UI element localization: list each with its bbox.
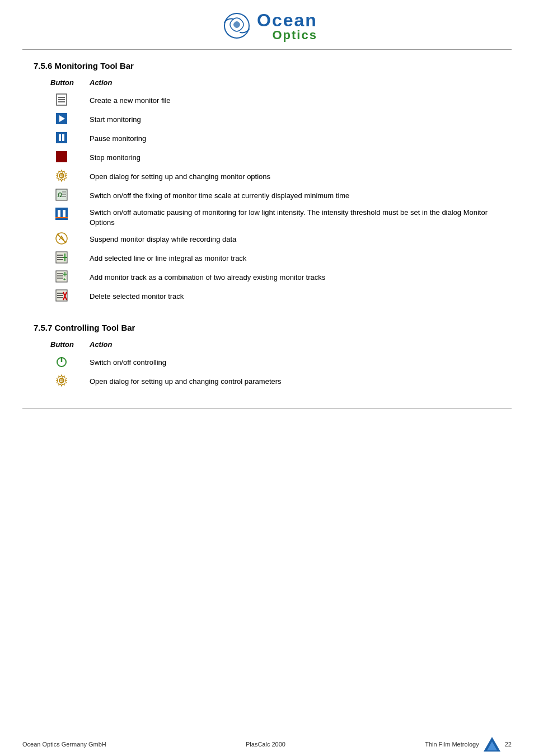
col-header-button-ctrl: Button (34, 340, 90, 353)
btn-cell-power (34, 353, 90, 372)
pause-icon (55, 132, 68, 144)
logo-ocean: Ocean (257, 11, 317, 29)
footer-product: PlasCalc 2000 (246, 741, 285, 748)
section-controlling-title: 7.5.7 Controlling Tool Bar (34, 323, 500, 332)
section-monitoring: 7.5.6 Monitoring Tool Bar Button Action (34, 61, 500, 306)
col-header-action-ctrl: Action (90, 340, 500, 353)
btn-cell-new-file (34, 91, 90, 110)
table-row: Start monitoring (34, 110, 500, 129)
bottom-divider (22, 408, 512, 408)
suspend-icon (55, 232, 68, 245)
svg-rect-10 (56, 151, 67, 162)
delete-icon (55, 289, 68, 302)
svg-line-22 (57, 234, 66, 243)
svg-rect-19 (63, 210, 65, 218)
action-power: Switch on/off controlling (90, 353, 500, 372)
settings-icon (55, 170, 68, 182)
btn-cell-stop (34, 148, 90, 167)
btn-cell-settings2 (34, 372, 90, 391)
table-row: Pause monitoring (34, 129, 500, 148)
btn-cell-settings (34, 167, 90, 186)
svg-rect-7 (56, 132, 67, 143)
btn-cell-suspend (34, 230, 90, 249)
action-new-file: Create a new monitor file (90, 91, 500, 110)
action-combine: Add monitor track as a combination of tw… (90, 268, 500, 287)
combine-icon: + (55, 270, 68, 283)
section-controlling: 7.5.7 Controlling Tool Bar Button Action (34, 323, 500, 391)
stop-icon (55, 151, 68, 163)
btn-cell-timescale: Ω (34, 186, 90, 205)
action-stop: Stop monitoring (90, 148, 500, 167)
timescale-icon: Ω (55, 189, 68, 201)
btn-cell-play (34, 110, 90, 129)
svg-text:+: + (63, 277, 66, 282)
col-header-action: Action (90, 78, 500, 91)
footer-description: Thin Film Metrology (425, 741, 479, 748)
logo-optics: Optics (257, 29, 317, 41)
btn-cell-combine: + (34, 268, 90, 287)
action-pause: Pause monitoring (90, 129, 500, 148)
btn-cell-delete (34, 287, 90, 306)
play-icon (55, 112, 68, 125)
action-start: Start monitoring (90, 110, 500, 129)
action-delete: Delete selected monitor track (90, 287, 500, 306)
new-file-icon (55, 93, 68, 106)
table-row: Switch on/off controlling (34, 353, 500, 372)
top-divider (22, 49, 512, 50)
btn-cell-add-line (34, 249, 90, 268)
main-content: 7.5.6 Monitoring Tool Bar Button Action (0, 61, 534, 391)
logo-icon (217, 10, 257, 43)
svg-text:Ω: Ω (57, 192, 62, 198)
table-row: Create a new monitor file (34, 91, 500, 110)
action-autopause: Switch on/off automatic pausing of monit… (90, 205, 500, 230)
table-row: Add selected line or line integral as mo… (34, 249, 500, 268)
footer-page: 22 (505, 741, 512, 748)
table-row: Suspend monitor display while recording … (34, 230, 500, 249)
action-settings: Open dialog for setting up and changing … (90, 167, 500, 186)
add-line-icon (55, 251, 68, 264)
action-add-line: Add selected line or line integral as mo… (90, 249, 500, 268)
svg-rect-8 (59, 134, 61, 141)
table-row: Open dialog for setting up and changing … (34, 167, 500, 186)
settings2-icon (55, 374, 68, 387)
autopause-icon (55, 208, 68, 220)
svg-rect-9 (62, 134, 64, 141)
btn-cell-pause (34, 129, 90, 148)
btn-cell-autopause (34, 205, 90, 230)
section-monitoring-title: 7.5.6 Monitoring Tool Bar (34, 61, 500, 71)
table-row: + Add monitor track as a combination of … (34, 268, 500, 287)
action-timescale: Switch on/off the fixing of monitor time… (90, 186, 500, 205)
page-header: Ocean Optics (0, 0, 534, 49)
table-row: Stop monitoring (34, 148, 500, 167)
table-row: Switch on/off automatic pausing of monit… (34, 205, 500, 230)
monitoring-table: Button Action Create a new moni (34, 78, 500, 306)
col-header-button: Button (34, 78, 90, 91)
footer: Ocean Optics Germany GmbH PlasCalc 2000 … (0, 732, 534, 756)
controlling-table: Button Action Switch on/off controlling (34, 340, 500, 391)
logo: Ocean Optics (217, 10, 317, 43)
logo-text: Ocean Optics (257, 11, 317, 41)
action-suspend: Suspend monitor display while recording … (90, 230, 500, 249)
action-settings2: Open dialog for setting up and changing … (90, 372, 500, 391)
svg-rect-18 (58, 210, 60, 218)
power-icon (55, 355, 68, 368)
table-row: Delete selected monitor track (34, 287, 500, 306)
footer-company: Ocean Optics Germany GmbH (22, 741, 106, 748)
table-row: Ω Switch on/off the fixing of monitor ti… (34, 186, 500, 205)
table-row: Open dialog for setting up and changing … (34, 372, 500, 391)
